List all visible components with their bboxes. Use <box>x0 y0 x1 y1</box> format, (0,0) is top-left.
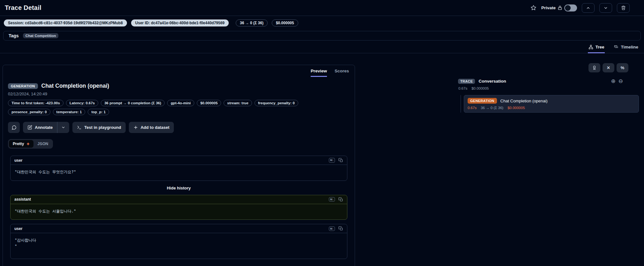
observation-detail: GENERATION Chat Completion (openai) 02/1… <box>3 77 355 259</box>
message-header: user M↓ <box>11 156 347 165</box>
copy-icon[interactable] <box>338 158 343 163</box>
tree-panel-toolbar: ✕ % <box>457 63 641 72</box>
cost-badge: $0.000005 <box>272 19 298 26</box>
tags-bar[interactable]: Tags Chat Competition <box>3 31 641 41</box>
observation-actions: Annotate Test in playground <box>8 122 350 133</box>
tags-label: Tags <box>9 33 19 38</box>
pill-latency: Latency: 0.67s <box>66 100 98 106</box>
tab-tree[interactable]: Tree <box>588 45 605 53</box>
generation-cost: $0.000005 <box>507 106 525 110</box>
tab-tree-label: Tree <box>596 45 604 49</box>
tab-timeline[interactable]: Timeline <box>613 45 639 53</box>
header-actions: Private <box>530 3 639 13</box>
observation-timestamp: 02/12/2024, 14:20:49 <box>8 92 350 96</box>
message-header: assistant M↓ <box>11 195 347 204</box>
show-metrics-button[interactable]: % <box>617 63 628 72</box>
add-to-dataset-label: Add to dataset <box>141 125 169 130</box>
privacy-label: Private <box>541 5 556 10</box>
annotate-label: Annotate <box>35 125 53 130</box>
message-tools: M↓ <box>329 158 343 163</box>
pill-presence-penalty: presence_penalty: 0 <box>8 109 50 115</box>
privacy-control: Private <box>541 4 577 11</box>
message-user-2: user M↓ "감사합니다 " <box>10 224 347 259</box>
trace-name: Conversation <box>478 79 506 84</box>
tab-scores[interactable]: Scores <box>335 69 349 77</box>
message-tools: M↓ <box>329 197 343 202</box>
pill-token-usage: 36 prompt → 0 completion (Σ 36) <box>101 100 165 106</box>
lock-icon <box>558 5 562 10</box>
pen-edit-icon <box>27 125 32 130</box>
tree-children: GENERATION Chat Completion (openai) 0.67… <box>461 95 641 113</box>
copy-icon[interactable] <box>338 226 343 231</box>
main-area: Preview Scores GENERATION Chat Completio… <box>0 57 644 266</box>
pill-top-p: top_p: 1 <box>88 109 109 115</box>
format-json-segment[interactable]: JSON <box>33 140 52 148</box>
markdown-toggle-icon[interactable]: M↓ <box>329 226 335 231</box>
message-content: "감사합니다 " <box>11 233 347 259</box>
test-in-playground-button[interactable]: Test in playground <box>72 122 125 133</box>
observation-type-badge: GENERATION <box>8 83 38 89</box>
timeline-icon <box>614 45 618 49</box>
award-icon <box>592 65 597 70</box>
tree-item-generation[interactable]: GENERATION Chat Completion (openai) 0.67… <box>464 95 639 113</box>
observation-preview-card: Preview Scores GENERATION Chat Completio… <box>3 65 355 266</box>
expand-all-icon[interactable]: ⊕ <box>611 78 616 84</box>
trace-root-row[interactable]: TRACE Conversation ⊕ ⊖ <box>457 78 641 84</box>
tree-expand-controls: ⊕ ⊖ <box>611 78 623 84</box>
show-scores-button[interactable] <box>588 63 600 72</box>
format-toggle: Pretty ✦ JSON <box>8 139 53 149</box>
json-label: JSON <box>37 142 48 146</box>
pill-time-to-first-token: Time to first token: -423.00s <box>8 100 63 106</box>
delete-trace-button[interactable] <box>617 3 630 13</box>
format-pretty-segment[interactable]: Pretty ✦ <box>9 140 33 148</box>
tab-preview[interactable]: Preview <box>311 69 327 77</box>
message-user-1: user M↓ "대한민국의 수도는 무엇인가요?" <box>10 156 347 181</box>
annotate-dropdown-button[interactable] <box>57 122 69 133</box>
generation-latency: 0.67s <box>468 106 477 110</box>
tag-chip[interactable]: Chat Competition <box>23 33 59 38</box>
comments-button[interactable] <box>8 122 20 133</box>
terminal-icon <box>77 125 82 130</box>
pill-frequency-penalty: frequency_penalty: 0 <box>255 100 298 106</box>
generation-usage: 36 → 0 (Σ 36) <box>481 106 503 110</box>
annotate-split-button: Annotate <box>23 122 69 133</box>
message-content: "대한민국의 수도는 무엇인가요?" <box>11 165 347 181</box>
chevron-down-icon <box>61 125 65 129</box>
privacy-toggle[interactable] <box>564 4 577 11</box>
io-preview: user M↓ "대한민국의 수도는 무엇인가요?" Hide history … <box>8 156 350 259</box>
message-header: user M↓ <box>11 224 347 233</box>
previous-trace-button[interactable] <box>582 3 595 13</box>
hide-history-button[interactable]: Hide history <box>10 186 347 190</box>
annotate-button[interactable]: Annotate <box>23 122 57 133</box>
trace-meta-row: Session: cd3abcd6-c81c-4037-935d-19d9f27… <box>0 16 644 30</box>
bookmark-star-icon[interactable] <box>530 5 537 11</box>
session-badge[interactable]: Session: cd3abcd6-c81c-4037-935d-19d9f27… <box>4 19 127 26</box>
tree-icon <box>588 45 593 49</box>
trace-metrics: 0.67s $0.000005 <box>458 86 641 90</box>
user-id-badge[interactable]: User ID: dc47a41e-06bc-400d-bde1-f0e440d… <box>131 19 229 26</box>
message-role: assistant <box>14 197 31 202</box>
comment-bubble-icon <box>11 125 17 130</box>
percent-icon: % <box>621 65 625 70</box>
copy-icon[interactable] <box>338 197 343 202</box>
page-header: Trace Detail Private <box>0 0 644 16</box>
trace-latency: 0.67s <box>458 86 467 90</box>
markdown-toggle-icon[interactable]: M↓ <box>329 158 335 162</box>
pill-cost: $0.000005 <box>197 100 221 106</box>
message-role: user <box>14 158 22 163</box>
markdown-toggle-icon[interactable]: M↓ <box>329 197 335 202</box>
message-role: user <box>14 226 22 231</box>
pill-stream: stream: true <box>224 100 252 106</box>
pretty-label: Pretty <box>13 142 24 146</box>
message-assistant: assistant M↓ "대한민국의 수도는 서울입니다." <box>10 195 347 220</box>
collapse-all-icon[interactable]: ⊖ <box>618 78 623 84</box>
add-to-dataset-button[interactable]: Add to dataset <box>129 122 174 133</box>
preview-tabs: Preview Scores <box>3 65 355 77</box>
plus-icon <box>133 125 138 130</box>
toggle-knob <box>565 5 571 11</box>
generation-type-badge: GENERATION <box>468 98 497 104</box>
next-trace-button[interactable] <box>599 3 612 13</box>
generation-name: Chat Completion (openai) <box>500 99 548 103</box>
observation-metric-pills: Time to first token: -423.00s Latency: 0… <box>8 100 343 115</box>
collapse-all-button[interactable]: ✕ <box>603 63 614 72</box>
